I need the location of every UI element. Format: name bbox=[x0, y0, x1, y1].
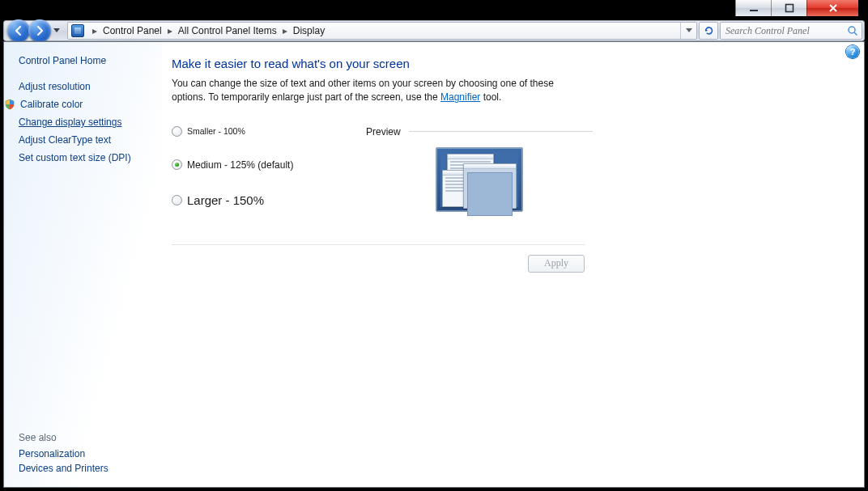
option-label: Medium - 125% (default) bbox=[187, 159, 293, 171]
search-input[interactable] bbox=[724, 24, 847, 38]
breadcrumb-item[interactable]: Display bbox=[292, 23, 326, 38]
see-also-header: See also bbox=[19, 432, 154, 443]
apply-button[interactable]: Apply bbox=[528, 255, 585, 273]
sidebar-link-adjust-cleartype[interactable]: Adjust ClearType text bbox=[19, 134, 154, 146]
sidebar-link-custom-dpi[interactable]: Set custom text size (DPI) bbox=[19, 152, 154, 163]
sidebar-item-label: Change display settings bbox=[19, 116, 121, 128]
nav-history-dropdown[interactable] bbox=[51, 28, 62, 33]
preview-image bbox=[436, 147, 523, 212]
refresh-button[interactable] bbox=[699, 22, 718, 40]
breadcrumb[interactable]: ▸ Control Panel ▸ All Control Panel Item… bbox=[67, 22, 697, 40]
sidebar-link-change-display-settings[interactable]: Change display settings bbox=[19, 116, 154, 128]
content-frame: ? Control Panel Home Adjust resolution C… bbox=[3, 41, 865, 488]
radio-icon bbox=[172, 195, 182, 205]
option-larger-150[interactable]: Larger - 150% bbox=[172, 193, 366, 207]
see-also-link-devices-printers[interactable]: Devices and Printers bbox=[19, 463, 154, 474]
address-dropdown[interactable] bbox=[680, 23, 696, 39]
control-panel-icon bbox=[71, 24, 84, 37]
page-title: Make it easier to read what's on your sc… bbox=[172, 57, 849, 70]
chevron-right-icon: ▸ bbox=[278, 25, 292, 36]
page-description: You can change the size of text and othe… bbox=[172, 77, 560, 105]
address-bar: ▸ Control Panel ▸ All Control Panel Item… bbox=[3, 20, 865, 41]
divider bbox=[172, 244, 585, 245]
shield-icon bbox=[4, 99, 15, 110]
see-also-link-personalization[interactable]: Personalization bbox=[19, 448, 154, 459]
main-panel: Make it easier to read what's on your sc… bbox=[162, 42, 864, 487]
option-label: Smaller - 100% bbox=[187, 126, 245, 136]
chevron-right-icon: ▸ bbox=[163, 25, 177, 36]
sidebar-item-label: Set custom text size (DPI) bbox=[19, 152, 131, 163]
preview-label: Preview bbox=[366, 126, 401, 138]
sidebar-item-label: Calibrate color bbox=[20, 99, 83, 110]
sidebar-link-calibrate-color[interactable]: Calibrate color bbox=[19, 99, 154, 110]
size-options: Smaller - 100% Medium - 125% (default) L… bbox=[172, 126, 366, 230]
search-box[interactable] bbox=[720, 22, 862, 40]
lead-text-tail: tool. bbox=[480, 91, 501, 103]
radio-icon bbox=[172, 159, 182, 170]
preview-section: Preview bbox=[366, 126, 593, 230]
svg-rect-1 bbox=[785, 5, 793, 12]
see-also: See also Personalization Devices and Pri… bbox=[19, 432, 154, 477]
radio-icon bbox=[172, 126, 182, 137]
magnifier-link[interactable]: Magnifier bbox=[440, 91, 480, 103]
sidebar-link-adjust-resolution[interactable]: Adjust resolution bbox=[19, 81, 154, 92]
svg-rect-0 bbox=[750, 10, 758, 11]
option-smaller-100[interactable]: Smaller - 100% bbox=[172, 126, 366, 137]
svg-point-2 bbox=[849, 27, 855, 33]
close-button[interactable] bbox=[806, 0, 858, 16]
maximize-button[interactable] bbox=[771, 0, 806, 16]
breadcrumb-item[interactable]: Control Panel bbox=[102, 23, 163, 38]
sidebar-item-label: Adjust resolution bbox=[19, 81, 91, 92]
forward-button[interactable] bbox=[28, 19, 51, 42]
breadcrumb-item[interactable]: All Control Panel Items bbox=[177, 23, 278, 38]
option-label: Larger - 150% bbox=[187, 193, 264, 207]
chevron-right-icon: ▸ bbox=[87, 25, 102, 36]
search-icon[interactable] bbox=[847, 25, 858, 36]
minimize-button[interactable] bbox=[735, 0, 771, 16]
sidebar-item-label: Adjust ClearType text bbox=[19, 134, 111, 146]
control-panel-home-link[interactable]: Control Panel Home bbox=[19, 55, 154, 66]
option-medium-125[interactable]: Medium - 125% (default) bbox=[172, 159, 366, 171]
divider bbox=[409, 131, 593, 132]
sidebar: Control Panel Home Adjust resolution Cal… bbox=[4, 42, 162, 487]
back-button[interactable] bbox=[7, 19, 30, 42]
window-buttons bbox=[735, 0, 865, 16]
